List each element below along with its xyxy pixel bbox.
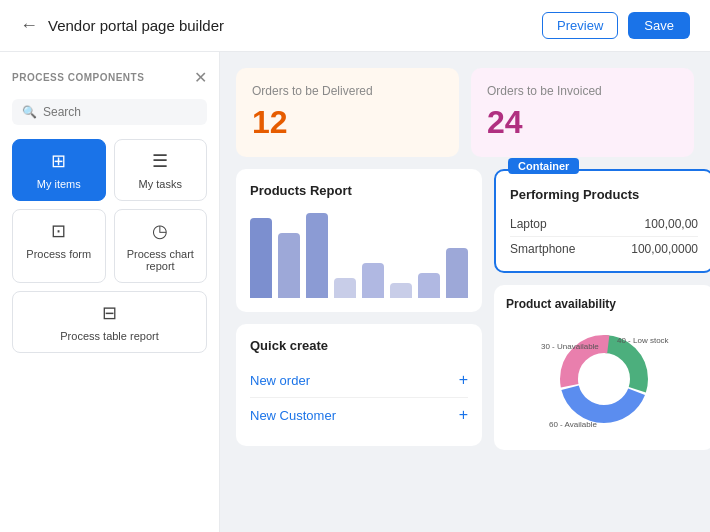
label-lowstock: 40 - Low stock	[617, 336, 669, 345]
smartphone-name: Smartphone	[510, 242, 575, 256]
label-unavailable: 30 - Unavailable	[541, 342, 599, 351]
process-form-icon: ⊡	[51, 220, 66, 242]
new-customer-add-icon[interactable]: +	[459, 406, 468, 424]
products-report-title: Products Report	[250, 183, 468, 198]
container-badge: Container	[508, 158, 579, 174]
topbar-left: ← Vendor portal page builder	[20, 15, 224, 36]
chart-bar	[418, 273, 440, 298]
content-area: Orders to be Delivered 12 Orders to be I…	[220, 52, 710, 532]
topbar: ← Vendor portal page builder Preview Sav…	[0, 0, 710, 52]
right-column: Container Performing Products Laptop 100…	[494, 169, 710, 450]
sidebar: PROCESS COMPONENTS ✕ 🔍 ⊞ My items ☰ My t…	[0, 52, 220, 532]
sidebar-section-title: PROCESS COMPONENTS	[12, 72, 144, 83]
left-column: Products Report Quick create New order +…	[236, 169, 482, 450]
sidebar-item-label-my-items: My items	[37, 178, 81, 190]
label-available: 60 - Available	[549, 420, 597, 429]
sidebar-item-process-table-report[interactable]: ⊟ Process table report	[12, 291, 207, 353]
sidebar-item-label-my-tasks: My tasks	[139, 178, 182, 190]
search-input[interactable]	[43, 105, 197, 119]
stats-row: Orders to be Delivered 12 Orders to be I…	[236, 68, 694, 157]
chart-bar	[446, 248, 468, 298]
component-grid: ⊞ My items ☰ My tasks ⊡ Process form ◷ P…	[12, 139, 207, 353]
page-title: Vendor portal page builder	[48, 17, 224, 34]
sidebar-header: PROCESS COMPONENTS ✕	[12, 68, 207, 87]
chart-bar	[362, 263, 384, 298]
bottom-row: Products Report Quick create New order +…	[236, 169, 694, 450]
new-order-add-icon[interactable]: +	[459, 371, 468, 389]
smartphone-value: 100,00,0000	[631, 242, 698, 256]
chart-bar	[306, 213, 328, 298]
sidebar-item-label-process-chart: Process chart report	[123, 248, 199, 272]
chart-bar	[278, 233, 300, 298]
product-availability-card: Product availability 30 - Unavailable	[494, 285, 710, 450]
sidebar-item-label-process-table: Process table report	[60, 330, 158, 342]
donut-chart: 30 - Unavailable 40 - Low stock 60 - Ava…	[539, 319, 669, 434]
chart-bar	[250, 218, 272, 298]
orders-delivered-card: Orders to be Delivered 12	[236, 68, 459, 157]
quick-create-title: Quick create	[250, 338, 468, 353]
main-layout: PROCESS COMPONENTS ✕ 🔍 ⊞ My items ☰ My t…	[0, 52, 710, 532]
new-customer-label[interactable]: New Customer	[250, 408, 336, 423]
orders-invoiced-card: Orders to be Invoiced 24	[471, 68, 694, 157]
chart-bar	[334, 278, 356, 298]
sidebar-item-my-tasks[interactable]: ☰ My tasks	[114, 139, 208, 201]
close-icon[interactable]: ✕	[194, 68, 207, 87]
save-button[interactable]: Save	[628, 12, 690, 39]
sidebar-item-label-process-form: Process form	[26, 248, 91, 260]
sidebar-item-process-form[interactable]: ⊡ Process form	[12, 209, 106, 283]
my-items-icon: ⊞	[51, 150, 66, 172]
product-availability-title: Product availability	[506, 297, 702, 311]
orders-invoiced-label: Orders to be Invoiced	[487, 84, 678, 98]
product-row-laptop: Laptop 100,00,00	[510, 212, 698, 237]
performing-products-card: Container Performing Products Laptop 100…	[494, 169, 710, 273]
product-row-smartphone: Smartphone 100,00,0000	[510, 237, 698, 261]
quick-create-card: Quick create New order + New Customer +	[236, 324, 482, 446]
orders-invoiced-value: 24	[487, 104, 678, 141]
topbar-right: Preview Save	[542, 12, 690, 39]
search-icon: 🔍	[22, 105, 37, 119]
my-tasks-icon: ☰	[152, 150, 168, 172]
quick-item-new-order: New order +	[250, 363, 468, 398]
sidebar-item-my-items[interactable]: ⊞ My items	[12, 139, 106, 201]
chart-bar	[390, 283, 412, 298]
performing-title: Performing Products	[510, 187, 698, 202]
sidebar-item-process-chart-report[interactable]: ◷ Process chart report	[114, 209, 208, 283]
preview-button[interactable]: Preview	[542, 12, 618, 39]
products-report-card: Products Report	[236, 169, 482, 312]
bar-chart	[250, 208, 468, 298]
process-table-icon: ⊟	[102, 302, 117, 324]
back-arrow[interactable]: ←	[20, 15, 38, 36]
orders-delivered-label: Orders to be Delivered	[252, 84, 443, 98]
laptop-name: Laptop	[510, 217, 547, 231]
laptop-value: 100,00,00	[645, 217, 698, 231]
search-box: 🔍	[12, 99, 207, 125]
container-card-inner: Performing Products Laptop 100,00,00 Sma…	[496, 171, 710, 271]
quick-item-new-customer: New Customer +	[250, 398, 468, 432]
new-order-label[interactable]: New order	[250, 373, 310, 388]
process-chart-icon: ◷	[152, 220, 168, 242]
donut-chart-container: 30 - Unavailable 40 - Low stock 60 - Ava…	[539, 319, 669, 438]
orders-delivered-value: 12	[252, 104, 443, 141]
